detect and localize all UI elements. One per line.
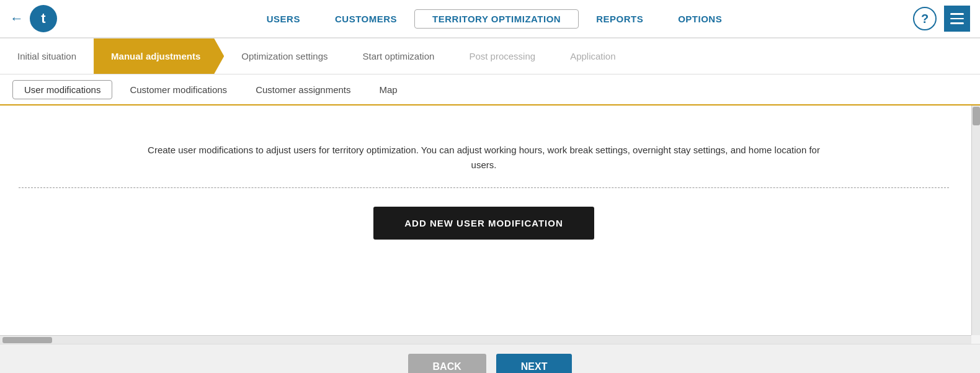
app-logo: t xyxy=(30,5,57,32)
content-divider xyxy=(19,187,949,188)
content-description: Create user modifications to adjust user… xyxy=(143,143,825,173)
content-area: Create user modifications to adjust user… xyxy=(0,106,980,335)
wizard-tab-manual-adjustments[interactable]: Manual adjustments xyxy=(94,38,224,74)
nav-customers[interactable]: CUSTOMERS xyxy=(318,14,414,24)
add-new-user-modification-button[interactable]: ADD NEW USER MODIFICATION xyxy=(373,207,594,240)
help-button[interactable]: ? xyxy=(913,7,937,30)
horizontal-scrollbar[interactable] xyxy=(0,335,971,344)
back-nav-button[interactable]: ← xyxy=(10,11,24,27)
content-inner: Create user modifications to adjust user… xyxy=(0,106,968,271)
menu-button[interactable] xyxy=(944,6,970,32)
sub-tab-map[interactable]: Map xyxy=(368,81,409,99)
wizard-tab-start-optimization[interactable]: Start optimization xyxy=(345,38,452,74)
wizard-tab-post-processing[interactable]: Post processing xyxy=(452,38,553,74)
footer: BACK NEXT xyxy=(0,344,980,373)
header: ← t USERS CUSTOMERS TERRITORY OPTIMIZATI… xyxy=(0,0,980,38)
wizard-tab-application[interactable]: Application xyxy=(553,38,633,74)
nav-options[interactable]: OPTIONS xyxy=(661,14,739,24)
add-button-container: ADD NEW USER MODIFICATION xyxy=(12,207,955,240)
back-button[interactable]: BACK xyxy=(408,354,486,374)
wizard-tab-initial-situation[interactable]: Initial situation xyxy=(0,38,94,74)
sub-tab-user-modifications[interactable]: User modifications xyxy=(12,80,112,99)
nav-reports[interactable]: REPORTS xyxy=(579,14,661,24)
sub-tab-customer-modifications[interactable]: Customer modifications xyxy=(118,81,238,99)
wizard-tabs: Initial situation Manual adjustments Opt… xyxy=(0,38,980,74)
wizard-tab-optimization-settings[interactable]: Optimization settings xyxy=(224,38,345,74)
menu-icon-line2 xyxy=(950,18,964,20)
next-button[interactable]: NEXT xyxy=(496,354,572,374)
horizontal-scrollbar-thumb[interactable] xyxy=(2,337,52,343)
vertical-scrollbar[interactable] xyxy=(971,106,980,335)
sub-tab-customer-assignments[interactable]: Customer assignments xyxy=(244,81,362,99)
sub-tabs: User modifications Customer modification… xyxy=(0,74,980,106)
scrollbar-thumb[interactable] xyxy=(973,107,980,125)
menu-icon-line3 xyxy=(950,22,964,24)
menu-icon-line1 xyxy=(950,13,964,15)
nav-users[interactable]: USERS xyxy=(249,14,318,24)
main-nav: USERS CUSTOMERS TERRITORY OPTIMIZATION R… xyxy=(76,9,913,29)
header-right: ? xyxy=(913,6,970,32)
nav-territory-optimization[interactable]: TERRITORY OPTIMIZATION xyxy=(414,9,579,29)
